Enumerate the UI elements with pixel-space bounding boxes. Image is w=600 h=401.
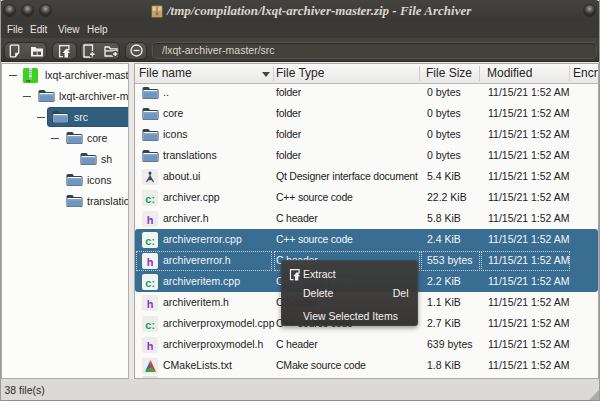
svg-text:zip: zip (26, 78, 31, 82)
